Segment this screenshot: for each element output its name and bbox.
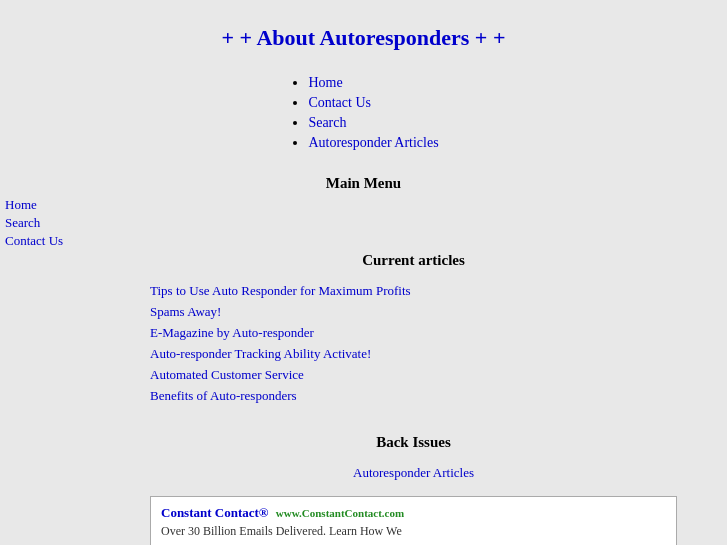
top-nav-item[interactable]: Contact Us <box>308 95 371 110</box>
article-link[interactable]: E-Magazine by Auto-responder <box>150 325 707 341</box>
ad-title-link[interactable]: Constant Contact® <box>161 505 269 520</box>
current-articles-title: Current articles <box>120 252 707 269</box>
left-nav: HomeSearchContact Us <box>0 195 63 251</box>
back-issue-link[interactable]: Autoresponder Articles <box>353 465 474 480</box>
top-nav-item[interactable]: Autoresponder Articles <box>308 135 438 150</box>
article-link[interactable]: Automated Customer Service <box>150 367 707 383</box>
top-nav-item[interactable]: Search <box>308 115 346 130</box>
left-nav-item[interactable]: Search <box>5 215 63 231</box>
back-issues-links: Autoresponder Articles <box>120 465 707 481</box>
left-nav-item[interactable]: Home <box>5 197 63 213</box>
article-link[interactable]: Auto-responder Tracking Ability Activate… <box>150 346 707 362</box>
main-menu-title: Main Menu <box>0 175 727 192</box>
article-link[interactable]: Spams Away! <box>150 304 707 320</box>
article-link[interactable]: Tips to Use Auto Responder for Maximum P… <box>150 283 707 299</box>
articles-list: Tips to Use Auto Responder for Maximum P… <box>150 283 707 404</box>
left-nav-item[interactable]: Contact Us <box>5 233 63 249</box>
site-title-link[interactable]: + + About Autoresponders + + <box>222 25 506 50</box>
top-nav-item[interactable]: Home <box>308 75 342 90</box>
back-issues-title: Back Issues <box>120 434 707 451</box>
top-nav: HomeContact UsSearchAutoresponder Articl… <box>0 71 727 155</box>
article-link[interactable]: Benefits of Auto-responders <box>150 388 707 404</box>
ad-description: Over 30 Billion Emails Delivered. Learn … <box>161 524 666 539</box>
ad-box: Constant Contact® www.ConstantContact.co… <box>150 496 677 545</box>
ad-url: www.ConstantContact.com <box>276 507 404 519</box>
